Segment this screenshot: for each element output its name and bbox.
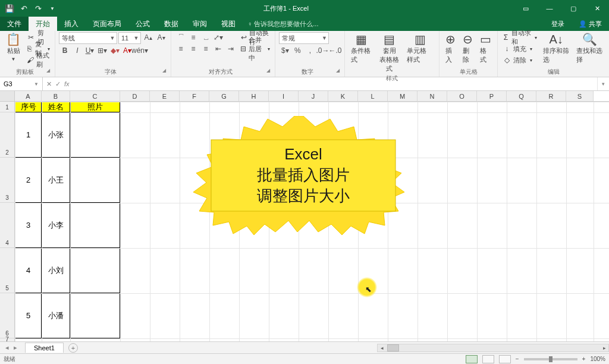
row-header[interactable]: 6 xyxy=(0,293,15,338)
tab-formulas[interactable]: 公式 xyxy=(128,17,157,31)
row-header[interactable]: 5 xyxy=(0,248,15,293)
cell-c6[interactable] xyxy=(70,293,120,338)
undo-icon[interactable]: ↶ xyxy=(18,2,30,14)
row-header[interactable]: 2 xyxy=(0,112,15,158)
close-icon[interactable]: ✕ xyxy=(585,0,609,17)
name-box[interactable]: G3▼ xyxy=(0,77,43,90)
percent-icon[interactable]: % xyxy=(291,45,303,56)
col-header[interactable]: H xyxy=(239,91,269,101)
fill-color-button[interactable]: ◆▾ xyxy=(109,45,121,56)
cell-b6[interactable]: 小潘 xyxy=(41,293,70,338)
font-size-combo[interactable]: 11▼ xyxy=(118,32,141,44)
col-header[interactable]: D xyxy=(120,91,150,101)
cell-a6[interactable]: 5 xyxy=(15,293,42,338)
minimize-icon[interactable]: ― xyxy=(538,0,561,17)
indent-inc-icon[interactable]: ⇥ xyxy=(225,43,237,54)
align-left-icon[interactable]: ≡ xyxy=(175,43,187,54)
dec-decimal-icon[interactable]: ←.0 xyxy=(329,45,341,56)
row-header[interactable]: 3 xyxy=(0,158,15,203)
row-header[interactable]: 1 xyxy=(0,102,15,112)
align-right-icon[interactable]: ≡ xyxy=(200,43,212,54)
dialog-launcher-icon[interactable]: ◢ xyxy=(162,68,167,73)
increase-font-icon[interactable]: A▴ xyxy=(142,32,154,43)
comma-icon[interactable]: , xyxy=(304,45,316,56)
align-middle-icon[interactable]: ≡ xyxy=(187,32,199,43)
italic-button[interactable]: I xyxy=(71,45,83,56)
zoom-in-button[interactable]: + xyxy=(582,356,586,362)
font-name-combo[interactable]: 等线▼ xyxy=(59,32,117,44)
col-header[interactable]: P xyxy=(477,91,507,101)
cell-c5[interactable] xyxy=(70,247,120,293)
fx-icon[interactable]: fx xyxy=(64,80,70,87)
cell-b2[interactable]: 小张 xyxy=(41,112,70,158)
horizontal-scrollbar[interactable]: ◂▸ xyxy=(377,344,609,352)
tab-file[interactable]: 文件 xyxy=(0,17,29,31)
format-table-button[interactable]: ▤套用 表格格式 xyxy=(376,32,402,74)
dialog-launcher-icon[interactable]: ◢ xyxy=(46,68,51,73)
format-cells-button[interactable]: ▭格式 xyxy=(478,32,494,65)
align-top-icon[interactable]: ⎴ xyxy=(175,32,187,43)
align-bottom-icon[interactable]: ⎵ xyxy=(200,32,212,43)
phonetic-button[interactable]: wén▾ xyxy=(134,45,146,56)
col-header[interactable]: K xyxy=(328,91,358,101)
cell-a4[interactable]: 3 xyxy=(15,202,42,248)
number-format-combo[interactable]: 常规▼ xyxy=(279,32,329,44)
scroll-left-icon[interactable]: ◂ xyxy=(378,345,386,351)
align-center-icon[interactable]: ≡ xyxy=(187,43,199,54)
col-header[interactable]: J xyxy=(299,91,328,101)
orientation-icon[interactable]: ⤢▾ xyxy=(212,32,224,43)
col-header[interactable]: I xyxy=(269,91,299,101)
inc-decimal-icon[interactable]: .0→ xyxy=(316,45,328,56)
callout-shape[interactable]: Excel 批量插入图片 调整图片大小 xyxy=(175,116,431,235)
normal-view-button[interactable] xyxy=(466,355,478,363)
scroll-right-icon[interactable]: ▸ xyxy=(600,345,608,351)
cell-a5[interactable]: 4 xyxy=(15,247,42,293)
tab-layout[interactable]: 页面布局 xyxy=(86,17,128,31)
expand-formula-icon[interactable]: ▾ xyxy=(597,77,609,90)
col-header[interactable]: A xyxy=(15,91,42,101)
accept-formula-icon[interactable]: ✓ xyxy=(55,80,61,88)
tab-data[interactable]: 数据 xyxy=(157,17,186,31)
row-header[interactable]: 4 xyxy=(0,203,15,248)
qat-dropdown-icon[interactable]: ▼ xyxy=(46,2,58,14)
save-icon[interactable]: 💾 xyxy=(4,2,15,14)
page-break-view-button[interactable] xyxy=(499,355,511,363)
dialog-launcher-icon[interactable]: ◢ xyxy=(266,68,271,73)
col-header[interactable]: O xyxy=(447,91,477,101)
conditional-format-button[interactable]: ▦条件格式 xyxy=(349,32,374,65)
cell-c2[interactable] xyxy=(70,112,120,158)
merge-button[interactable]: ⊟合并后居中▾ xyxy=(239,43,271,54)
login-button[interactable]: 登录 xyxy=(544,17,572,31)
tab-prev-icon[interactable]: ◂ xyxy=(4,344,11,352)
cell-b5[interactable]: 小刘 xyxy=(41,247,70,293)
paste-button[interactable]: 📋粘贴▼ xyxy=(4,32,23,63)
cell-b1[interactable]: 姓名 xyxy=(41,102,70,112)
select-all-corner[interactable] xyxy=(0,91,15,101)
tab-insert[interactable]: 插入 xyxy=(57,17,86,31)
col-header[interactable]: Q xyxy=(507,91,536,101)
tab-next-icon[interactable]: ▸ xyxy=(12,344,19,352)
scroll-thumb[interactable] xyxy=(387,344,399,352)
share-button[interactable]: 👤 共享 xyxy=(572,17,609,31)
insert-cells-button[interactable]: ⊕插入 xyxy=(443,32,458,65)
sheet-tab[interactable]: Sheet1 xyxy=(25,343,64,353)
col-header[interactable]: L xyxy=(358,91,388,101)
tab-view[interactable]: 视图 xyxy=(214,17,243,31)
zoom-level[interactable]: 100% xyxy=(590,356,605,362)
fill-button[interactable]: ↓填充▾ xyxy=(501,43,538,54)
decrease-font-icon[interactable]: A▾ xyxy=(155,32,167,43)
find-select-button[interactable]: 🔍查找和选择 xyxy=(574,32,605,65)
col-header[interactable]: R xyxy=(536,91,566,101)
col-header[interactable]: F xyxy=(180,91,209,101)
col-header[interactable]: G xyxy=(209,91,239,101)
maximize-icon[interactable]: ▢ xyxy=(561,0,585,17)
autosum-button[interactable]: Σ自动求和▾ xyxy=(501,32,538,43)
cell-b4[interactable]: 小李 xyxy=(41,202,70,248)
cancel-formula-icon[interactable]: ✕ xyxy=(46,80,52,88)
col-header[interactable]: C xyxy=(70,91,120,101)
cell-a1[interactable]: 序号 xyxy=(15,102,42,112)
zoom-out-button[interactable]: − xyxy=(516,356,519,362)
cell-a2[interactable]: 1 xyxy=(15,112,42,158)
col-header[interactable]: M xyxy=(388,91,417,101)
formula-bar[interactable] xyxy=(73,77,597,90)
